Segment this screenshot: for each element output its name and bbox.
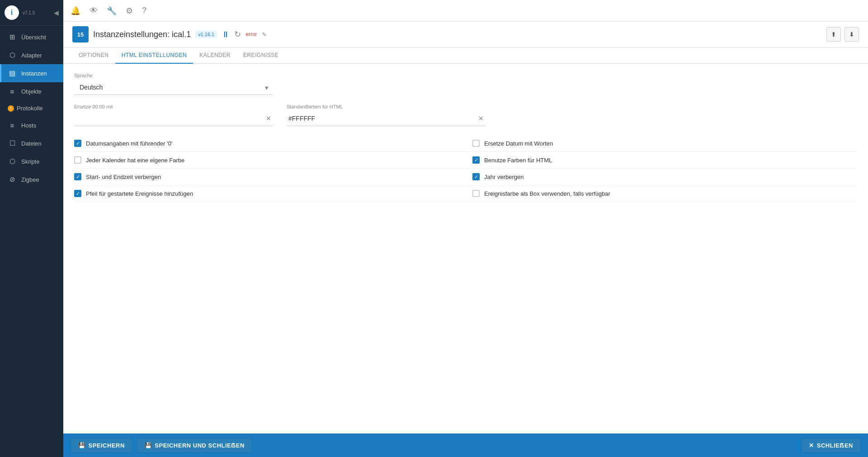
wrench-icon[interactable]: 🔧 bbox=[107, 6, 117, 16]
upload-button[interactable]: ⬆ bbox=[826, 27, 841, 42]
ersetze-field: Ersetze 00:00 mit ✕ bbox=[74, 104, 273, 126]
checkbox-item-cb5[interactable]: Start- und Endzeit verbergen bbox=[74, 173, 459, 180]
checkbox-cb8[interactable] bbox=[472, 190, 480, 197]
sidebar-item-protokolle[interactable]: !Protokolle bbox=[0, 100, 63, 116]
checkbox-cb6[interactable] bbox=[472, 173, 480, 180]
save-close-icon: 💾 bbox=[145, 442, 152, 449]
checkbox-label-cb4: Benutze Farben für HTML bbox=[484, 157, 552, 164]
standardfarben-input-wrapper: ✕ bbox=[287, 111, 486, 126]
sidebar-logo: i v7.1.5 ◀ bbox=[0, 0, 63, 26]
sidebar-label-zigbee: Zigbee bbox=[21, 176, 39, 183]
zigbee-icon: ⊘ bbox=[8, 175, 17, 184]
ersetze-clear-icon[interactable]: ✕ bbox=[264, 115, 273, 122]
checkbox-cb4[interactable] bbox=[472, 156, 480, 164]
edit-icon[interactable]: ✎ bbox=[262, 31, 267, 38]
sidebar-item-skripte[interactable]: ⬡Skripte bbox=[0, 152, 63, 170]
standardfarben-field: Standardfarben für HTML ✕ bbox=[287, 104, 486, 126]
checkbox-item-cb1[interactable]: Datumsangaben mit führender '0' bbox=[74, 140, 459, 147]
close-button[interactable]: ✕ SCHLIEẞEN bbox=[801, 438, 861, 453]
checkbox-label-cb2: Ersetze Datum mit Worten bbox=[484, 140, 553, 147]
sprache-row: Sprache DeutschEnglishFrançaisEspañol ▼ bbox=[74, 73, 857, 95]
sidebar-item-hosts[interactable]: ≡Hosts bbox=[0, 116, 63, 134]
skripte-icon: ⬡ bbox=[8, 157, 17, 166]
tab-ereignisse[interactable]: EREIGNISSE bbox=[237, 47, 285, 64]
help-icon[interactable]: ? bbox=[142, 6, 146, 15]
sidebar-label-objekte: Objekte bbox=[21, 88, 42, 95]
checkbox-row-3: Start- und Endzeit verbergenJahr verberg… bbox=[74, 169, 857, 185]
sidebar-label-hosts: Hosts bbox=[21, 122, 36, 129]
instance-icon: 15 bbox=[72, 26, 89, 42]
checkbox-label-cb5: Start- und Endzeit verbergen bbox=[86, 174, 161, 180]
checkbox-row-1: Datumsangaben mit führender '0'Ersetze D… bbox=[74, 135, 857, 152]
sidebar-label-adapter: Adapter bbox=[21, 52, 42, 59]
pause-icon[interactable]: ⏸ bbox=[222, 30, 230, 39]
standardfarben-clear-icon[interactable]: ✕ bbox=[476, 115, 486, 122]
eye-icon[interactable]: 👁 bbox=[90, 6, 98, 15]
sprache-label: Sprache bbox=[74, 73, 273, 78]
objekte-icon: ≡ bbox=[8, 87, 17, 96]
sidebar-label-instanzen: Instanzen bbox=[21, 70, 47, 77]
checkbox-cb2[interactable] bbox=[472, 140, 480, 147]
checkbox-label-cb3: Jeder Kalender hat eine eigene Farbe bbox=[86, 157, 184, 164]
header-actions: ⬆ ⬇ bbox=[826, 27, 859, 42]
checkbox-cb7[interactable] bbox=[74, 190, 81, 197]
badge-warning-icon: ! bbox=[8, 105, 14, 112]
sidebar-label-dateien: Dateien bbox=[21, 140, 42, 147]
bottom-bar: 💾 SPEICHERN 💾 SPEICHERN UND SCHLIEẞEN ✕ … bbox=[63, 433, 868, 457]
checkbox-cb5[interactable] bbox=[74, 173, 81, 180]
sidebar-item-dateien[interactable]: ☐Dateien bbox=[0, 134, 63, 152]
status-badge: error bbox=[245, 31, 257, 38]
checkbox-row-4: Pfeil für gestartete Ereignisse hinzufüg… bbox=[74, 185, 857, 202]
notification-icon[interactable]: 🔔 bbox=[71, 6, 80, 16]
app-version: v7.1.5 bbox=[23, 10, 35, 15]
checkbox-item-cb4[interactable]: Benutze Farben für HTML bbox=[472, 156, 857, 164]
instance-title: Instanzeinstellungen: ical.1 bbox=[93, 30, 191, 39]
sidebar-item-zigbee[interactable]: ⊘Zigbee bbox=[0, 170, 63, 188]
standardfarben-label: Standardfarben für HTML bbox=[287, 104, 486, 109]
standardfarben-input[interactable] bbox=[287, 111, 476, 126]
save-close-button[interactable]: 💾 SPEICHERN UND SCHLIEẞEN bbox=[137, 438, 252, 453]
topbar: 🔔 👁 🔧 ⚙ ? bbox=[63, 0, 868, 22]
checkbox-label-cb6: Jahr verbergen bbox=[484, 174, 524, 180]
checkbox-item-cb2[interactable]: Ersetze Datum mit Worten bbox=[472, 140, 857, 147]
sidebar-item-adapter[interactable]: ⬡Adapter bbox=[0, 46, 63, 64]
sidebar-nav: ⊞Übersicht⬡Adapter▤Instanzen≡Objekte!Pro… bbox=[0, 26, 63, 457]
adapter-icon: ⬡ bbox=[8, 51, 17, 60]
checkbox-item-cb6[interactable]: Jahr verbergen bbox=[472, 173, 857, 180]
instanzen-icon: ▤ bbox=[8, 69, 17, 78]
checkbox-item-cb7[interactable]: Pfeil für gestartete Ereignisse hinzufüg… bbox=[74, 190, 459, 197]
tab-bar: OPTIONENHTML EINSTELLUNGENKALENDEREREIGN… bbox=[63, 47, 868, 64]
checkbox-item-cb8[interactable]: Ereignisfarbe als Box verwenden, falls v… bbox=[472, 190, 857, 197]
save-icon: 💾 bbox=[78, 442, 86, 449]
checkbox-item-cb3[interactable]: Jeder Kalender hat eine eigene Farbe bbox=[74, 156, 459, 164]
tab-html-einstellungen[interactable]: HTML EINSTELLUNGEN bbox=[115, 47, 193, 64]
ersetze-label: Ersetze 00:00 mit bbox=[74, 104, 273, 109]
sprache-field: Sprache DeutschEnglishFrançaisEspañol ▼ bbox=[74, 73, 273, 95]
tab-optionen[interactable]: OPTIONEN bbox=[72, 47, 115, 64]
app-logo: i bbox=[5, 5, 19, 20]
checkbox-label-cb1: Datumsangaben mit führender '0' bbox=[86, 140, 172, 147]
checkbox-row-2: Jeder Kalender hat eine eigene FarbeBenu… bbox=[74, 152, 857, 169]
checkbox-grid: Datumsangaben mit führender '0'Ersetze D… bbox=[74, 135, 857, 202]
tab-kalender[interactable]: KALENDER bbox=[193, 47, 237, 64]
ersetze-input[interactable] bbox=[74, 111, 264, 126]
sidebar-item-uebersicht[interactable]: ⊞Übersicht bbox=[0, 28, 63, 46]
download-button[interactable]: ⬇ bbox=[844, 27, 859, 42]
reload-icon[interactable]: ↻ bbox=[234, 29, 241, 39]
checkbox-cb3[interactable] bbox=[74, 156, 81, 164]
sidebar-item-objekte[interactable]: ≡Objekte bbox=[0, 82, 63, 100]
sidebar-item-instanzen[interactable]: ▤Instanzen bbox=[0, 64, 63, 82]
instance-version: v1.16.1 bbox=[195, 31, 217, 38]
sidebar-label-protokolle: Protokolle bbox=[17, 105, 43, 112]
sidebar-label-skripte: Skripte bbox=[21, 158, 39, 165]
settings-icon[interactable]: ⚙ bbox=[126, 6, 133, 16]
main-content: 🔔 👁 🔧 ⚙ ? 15 Instanzeinstellungen: ical.… bbox=[63, 0, 868, 457]
close-icon: ✕ bbox=[809, 442, 814, 449]
checkbox-label-cb8: Ereignisfarbe als Box verwenden, falls v… bbox=[484, 190, 610, 197]
sprache-select[interactable]: DeutschEnglishFrançaisEspañol bbox=[74, 80, 273, 95]
checkbox-cb1[interactable] bbox=[74, 140, 81, 147]
sprache-select-wrapper: DeutschEnglishFrançaisEspañol ▼ bbox=[74, 80, 273, 95]
save-button[interactable]: 💾 SPEICHERN bbox=[71, 438, 132, 453]
save-label: SPEICHERN bbox=[89, 442, 125, 449]
sidebar-collapse-button[interactable]: ◀ bbox=[54, 9, 59, 16]
